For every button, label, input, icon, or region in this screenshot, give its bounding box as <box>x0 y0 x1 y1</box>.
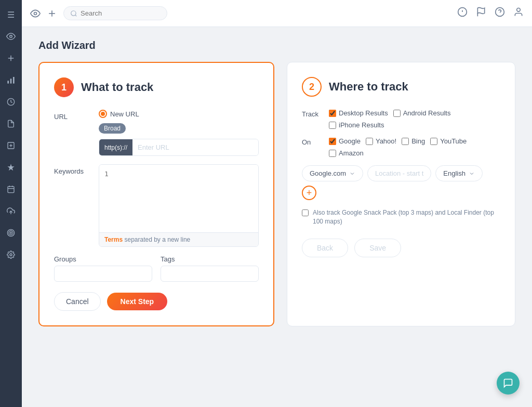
notification-icon[interactable] <box>457 7 468 20</box>
page-content: Add Wizard 1 What to track URL New URL <box>22 27 532 407</box>
add-icon[interactable] <box>2 49 20 68</box>
page-title: Add Wizard <box>38 40 515 51</box>
tags-input[interactable] <box>161 266 259 282</box>
youtube-checkbox[interactable] <box>430 138 437 145</box>
target-icon[interactable] <box>2 224 20 242</box>
keywords-form-row: Keywords Terms separated by a new line <box>54 164 259 247</box>
upload-icon[interactable] <box>2 202 20 220</box>
eye-topbar-icon[interactable] <box>30 8 41 19</box>
tags-col: Tags <box>161 255 259 282</box>
chat-bubble[interactable] <box>497 372 520 395</box>
settings-icon[interactable] <box>2 245 20 264</box>
track-checkbox-group: Desktop Results Android Results <box>329 109 450 117</box>
android-results-item[interactable]: Android Results <box>393 109 451 117</box>
language-select[interactable]: English <box>435 165 483 181</box>
eye-icon[interactable] <box>2 27 20 46</box>
url-prefix: http(s):// <box>99 139 132 155</box>
desktop-results-label: Desktop Results <box>339 109 388 117</box>
step1-header: 1 What to track <box>54 77 259 97</box>
search-bar[interactable] <box>63 6 167 20</box>
google-item[interactable]: Google <box>329 137 361 145</box>
track-label: Track <box>302 109 323 118</box>
chart-bar-icon[interactable] <box>2 71 20 89</box>
iphone-results-checkbox[interactable] <box>329 122 336 129</box>
svg-point-30 <box>517 8 521 12</box>
track-checkboxes: Desktop Results Android Results iPhone R… <box>329 109 450 129</box>
select-group: Google.com Location - start t English + <box>302 165 500 200</box>
user-icon[interactable] <box>513 7 524 20</box>
google-domain-select[interactable]: Google.com <box>302 165 363 181</box>
chevron-down-icon <box>349 170 355 177</box>
step1-actions: Cancel Next Step <box>54 292 259 311</box>
radio-dot[interactable] <box>99 110 107 118</box>
svg-point-19 <box>34 12 37 15</box>
radio-new-url[interactable]: New URL <box>99 110 259 118</box>
add-box-icon[interactable] <box>2 136 20 155</box>
amazon-item[interactable]: Amazon <box>329 149 364 157</box>
groups-col: Groups <box>54 255 152 282</box>
step2-title: Where to track <box>329 80 408 94</box>
svg-rect-5 <box>13 77 15 84</box>
engine-row2: Amazon <box>329 149 467 157</box>
iphone-group: iPhone Results <box>329 121 450 129</box>
search-input[interactable] <box>81 9 153 17</box>
groups-input[interactable] <box>54 266 152 282</box>
back-button[interactable]: Back <box>302 239 348 257</box>
flag-icon[interactable] <box>476 7 486 20</box>
desktop-results-checkbox[interactable] <box>329 110 336 117</box>
location-pill[interactable]: Location - start t <box>367 165 431 181</box>
svg-point-18 <box>10 254 12 256</box>
terms-suffix-text: separated by a new line <box>124 236 190 243</box>
url-form-row: URL New URL Broad http(s):// <box>54 110 259 156</box>
groups-tags-row: Groups Tags <box>54 255 259 282</box>
snack-pack-checkbox[interactable] <box>302 209 309 216</box>
save-button[interactable]: Save <box>354 239 401 257</box>
google-checkbox[interactable] <box>329 138 336 145</box>
amazon-checkbox[interactable] <box>329 150 336 157</box>
bing-label: Bing <box>411 137 425 145</box>
step2-header: 2 Where to track <box>302 77 500 97</box>
radio-new-url-label: New URL <box>110 110 139 118</box>
step1-card: 1 What to track URL New URL Broad <box>38 62 274 326</box>
wizard-row: 1 What to track URL New URL Broad <box>38 62 515 326</box>
keywords-control: Terms separated by a new line <box>99 164 259 247</box>
keywords-footer: Terms separated by a new line <box>99 232 258 246</box>
chevron-down-lang-icon <box>469 170 475 177</box>
add-search-engine-button[interactable]: + <box>302 186 316 200</box>
calendar-icon[interactable] <box>2 180 20 199</box>
yahoo-checkbox[interactable] <box>366 138 373 145</box>
broad-toggle[interactable]: Broad <box>99 123 126 134</box>
plus-topbar-icon[interactable] <box>47 8 57 19</box>
step2-number: 2 <box>302 77 322 97</box>
desktop-results-item[interactable]: Desktop Results <box>329 109 388 117</box>
next-step-button[interactable]: Next Step <box>107 293 168 310</box>
menu-icon[interactable]: ☰ <box>2 5 20 24</box>
url-input[interactable] <box>132 139 258 155</box>
sparkle-icon[interactable] <box>2 158 20 177</box>
help-icon[interactable] <box>495 7 505 20</box>
iphone-results-item[interactable]: iPhone Results <box>329 121 384 129</box>
svg-rect-4 <box>10 78 12 83</box>
terms-link[interactable]: Terms <box>104 236 123 243</box>
cancel-button[interactable]: Cancel <box>54 292 101 311</box>
engine-row1: Google Yahoo! Bing <box>329 137 467 145</box>
android-results-checkbox[interactable] <box>393 110 401 117</box>
keywords-label: Keywords <box>54 164 90 175</box>
keywords-textarea[interactable] <box>99 165 258 232</box>
svg-rect-10 <box>8 187 14 193</box>
bing-item[interactable]: Bing <box>402 137 425 145</box>
bing-checkbox[interactable] <box>402 138 409 145</box>
svg-point-17 <box>10 232 12 234</box>
groups-label: Groups <box>54 255 152 263</box>
youtube-item[interactable]: YouTube <box>430 137 467 145</box>
keywords-area: Terms separated by a new line <box>99 164 259 247</box>
toggle-container: Broad <box>99 123 259 134</box>
clock-icon[interactable] <box>2 93 20 111</box>
file-icon[interactable] <box>2 114 20 133</box>
language-value: English <box>443 169 466 177</box>
yahoo-item[interactable]: Yahoo! <box>366 137 396 145</box>
sidebar: ☰ <box>0 0 22 407</box>
search-icon <box>70 10 77 17</box>
main-area: Add Wizard 1 What to track URL New URL <box>22 0 532 407</box>
snack-pack-text: Also track Google Snack Pack (top 3 maps… <box>313 208 500 226</box>
